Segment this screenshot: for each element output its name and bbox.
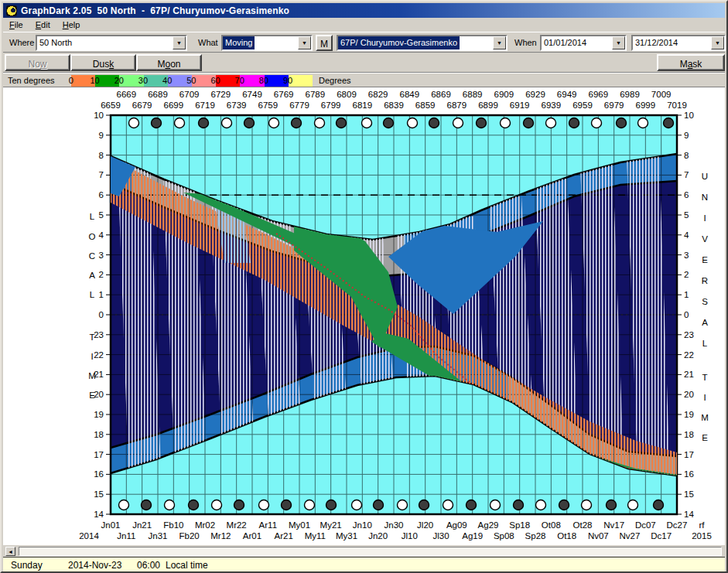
new-moon-icon [142, 500, 152, 510]
new-moon-icon [654, 500, 664, 510]
svg-text:L: L [90, 212, 95, 221]
m-button[interactable]: M [316, 35, 333, 51]
svg-text:V: V [702, 234, 708, 244]
moon-button[interactable]: Moon [136, 54, 202, 71]
svg-text:My21: My21 [320, 520, 342, 530]
full-moon-icon [501, 118, 511, 128]
menu-item-edit[interactable]: Edit [29, 19, 56, 31]
svg-text:7009: 7009 [651, 90, 672, 99]
legend-color-bar: 0102030405060708090 [71, 75, 313, 87]
chevron-down-icon[interactable]: ▼ [493, 36, 506, 49]
chevron-down-icon[interactable]: ▼ [612, 36, 625, 49]
svg-text:6: 6 [684, 190, 689, 200]
status-day: Sunday [11, 560, 43, 571]
new-moon-icon [617, 118, 627, 128]
svg-text:6: 6 [99, 190, 104, 200]
svg-text:6759: 6759 [258, 101, 279, 110]
svg-text:Nv07: Nv07 [588, 531, 609, 541]
svg-text:22: 22 [684, 350, 694, 360]
what-combo[interactable]: Moving ▼ [221, 35, 313, 51]
svg-text:Nv27: Nv27 [620, 531, 641, 541]
scrollbar-track[interactable] [19, 547, 722, 556]
full-moon-icon [175, 118, 185, 128]
svg-text:6669: 6669 [117, 90, 137, 99]
new-moon-icon [189, 500, 199, 510]
dusk-button[interactable]: Dusk [70, 54, 136, 71]
svg-text:6659: 6659 [101, 101, 121, 110]
svg-text:6869: 6869 [431, 90, 451, 99]
full-moon-icon [315, 118, 325, 128]
svg-text:17: 17 [684, 450, 694, 459]
date-to-combo[interactable]: 31/12/2014 ▼ [631, 35, 726, 51]
svg-text:23: 23 [94, 330, 104, 339]
new-moon-icon [282, 500, 292, 510]
svg-text:Ar01: Ar01 [243, 531, 261, 541]
svg-text:17: 17 [94, 450, 104, 459]
menu-item-help[interactable]: Help [56, 19, 87, 31]
full-moon-icon [305, 500, 315, 510]
svg-text:L: L [90, 290, 95, 299]
svg-text:My11: My11 [305, 531, 326, 541]
svg-text:Jn01: Jn01 [101, 520, 121, 530]
new-moon-icon [244, 118, 255, 128]
svg-text:E: E [89, 391, 95, 400]
svg-text:E: E [702, 255, 708, 264]
full-moon-icon [269, 118, 279, 128]
svg-text:15: 15 [94, 489, 104, 499]
svg-text:10: 10 [684, 111, 694, 120]
now-button[interactable]: Now [5, 54, 70, 71]
new-moon-icon [326, 500, 337, 510]
svg-text:10: 10 [94, 111, 104, 120]
full-moon-icon [443, 500, 453, 510]
chevron-down-icon[interactable]: ▼ [711, 36, 724, 49]
full-moon-icon [165, 500, 175, 510]
window-titlebar[interactable]: GraphDark 2.05 50 North - 67P/ Churyumov… [3, 3, 725, 18]
svg-text:7: 7 [99, 170, 104, 179]
svg-text:I: I [91, 352, 93, 361]
new-moon-icon [569, 118, 579, 128]
full-moon-icon [546, 118, 556, 128]
svg-text:Mr12: Mr12 [210, 531, 231, 541]
new-moon-icon [559, 500, 569, 510]
svg-text:6679: 6679 [132, 101, 152, 110]
svg-text:6859: 6859 [415, 101, 436, 110]
status-label: Local time [166, 560, 208, 571]
svg-text:Sp08: Sp08 [494, 531, 514, 541]
svg-text:Mr02: Mr02 [195, 520, 215, 530]
app-icon [6, 5, 17, 16]
svg-text:Sp18: Sp18 [509, 520, 530, 530]
date-from-combo[interactable]: 01/01/2014 ▼ [540, 35, 627, 51]
status-time: 06:00 [137, 560, 160, 571]
svg-text:Jn21: Jn21 [132, 520, 152, 530]
scroll-left-icon[interactable]: ◄ [5, 547, 15, 556]
menu-item-file[interactable]: File [3, 19, 29, 31]
new-moon-icon [374, 500, 384, 510]
svg-text:19: 19 [94, 410, 104, 419]
where-combo[interactable]: 50 North ▼ [36, 35, 187, 51]
toolbar: Where 50 North ▼ What Moving ▼ M 67P/ Ch… [3, 32, 725, 53]
full-moon-icon [592, 118, 602, 128]
new-moon-icon [607, 500, 617, 510]
svg-text:Jn11: Jn11 [117, 531, 135, 541]
svg-text:Jn20: Jn20 [368, 531, 388, 541]
chevron-down-icon[interactable]: ▼ [298, 36, 311, 49]
svg-text:6909: 6909 [494, 90, 514, 99]
horizontal-scrollbar[interactable]: ◄ [3, 545, 725, 557]
svg-text:14: 14 [94, 510, 104, 519]
new-moon-icon [292, 118, 302, 128]
full-moon-icon [453, 118, 463, 128]
svg-text:1: 1 [684, 290, 689, 299]
chevron-down-icon[interactable]: ▼ [173, 36, 186, 49]
svg-text:14: 14 [684, 510, 694, 519]
svg-text:Jn31: Jn31 [149, 531, 168, 541]
svg-text:9: 9 [99, 131, 104, 140]
svg-text:My31: My31 [336, 531, 357, 541]
mask-button[interactable]: Mask [657, 54, 725, 71]
where-combo-value: 50 North [37, 36, 173, 49]
svg-text:A: A [702, 318, 708, 327]
date-from-value: 01/01/2014 [542, 36, 612, 49]
svg-text:6779: 6779 [289, 101, 309, 110]
object-combo[interactable]: 67P/ Churyumov-Gerasimenko ▼ [337, 35, 508, 51]
date-to-value: 31/12/2014 [633, 36, 711, 49]
svg-text:18: 18 [94, 430, 104, 439]
